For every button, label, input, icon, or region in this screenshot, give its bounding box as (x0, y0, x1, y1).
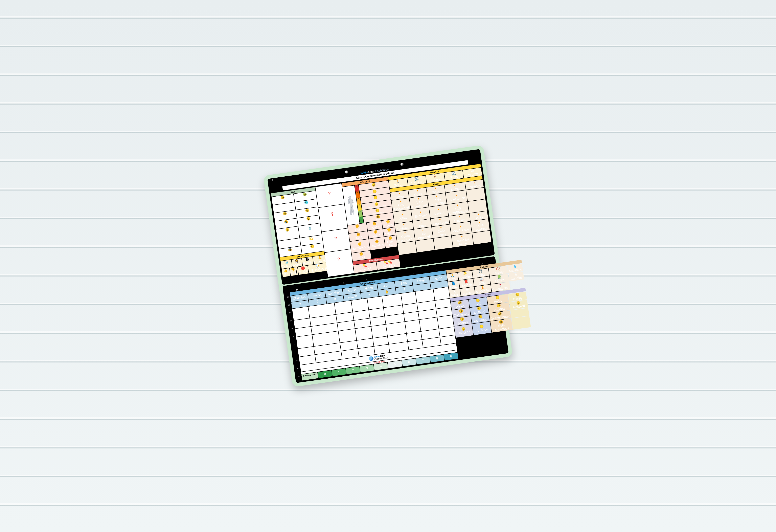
cell: ❓What's going on? (322, 228, 351, 252)
one-pill-label: One Pill (360, 267, 371, 272)
cell: Spiritual but not religious (433, 287, 450, 300)
cell: Mahayana (338, 329, 357, 343)
cell (466, 188, 485, 201)
cell: 👎NO (290, 268, 297, 276)
cell: 🔸Don't Leave (432, 224, 451, 238)
cell: ❓When is the tube coming out? (325, 249, 354, 277)
cell: 👍YES (282, 268, 290, 277)
cell: (Nepali) (404, 312, 419, 322)
i-am-grid: 😖In pain🤢Nauseous🍽Hungry🥶Cold😴Tired😠Angr… (271, 191, 324, 257)
cell (434, 236, 453, 250)
cell: 👩‍⚕️Nurse (292, 258, 303, 268)
cell: Zen/Chan (335, 301, 353, 314)
cell: ✊Burns (382, 219, 395, 228)
cell (408, 340, 423, 350)
feel-cell: 😐Anxious (472, 322, 491, 335)
cell: ✊Radiating (369, 237, 385, 250)
cell: 👪Family (302, 257, 313, 266)
clipboard-stage: 22-1 WhiteCoat Clipboards Care & Communi… (263, 145, 513, 387)
cell: 🔸Hair Brushed (414, 227, 433, 241)
i-want-grid: 🔸Water🔸Quiet🔸Sleep🔸Lights🔸TV/Video🔸Lips … (390, 180, 491, 255)
cell: Jehovah's Witness (296, 335, 314, 348)
cell: Digambara (382, 294, 402, 308)
corner-code: 22-1 (269, 179, 273, 181)
cell: 🔸To Be Comforted (409, 196, 428, 209)
clipboard-body: 22-1 WhiteCoat Clipboards Care & Communi… (263, 145, 513, 387)
pain-types-grid: ✊Dull✊Itches✊Burns✊Numb✊Sharp✊Stings✊Hur… (348, 219, 399, 261)
cell: 🛑STOP (298, 265, 309, 275)
cell: ਸਿੱਖ (Punjabi) (401, 292, 416, 305)
cell: (Gujarati) (386, 322, 406, 336)
cell: 📘Siddur (448, 281, 460, 290)
cell (415, 238, 435, 252)
cell: ✊Stings (383, 227, 396, 236)
cell: ✊Can't Move (384, 235, 397, 248)
cell: 🔸To Be Suctioned (427, 193, 447, 207)
cell: (Bengali) (371, 325, 387, 338)
cell: Sunni (351, 298, 368, 312)
cell: 🔸Lips Moistened (391, 198, 411, 212)
feel-cell (512, 316, 531, 330)
cell: Mu'tazilah (355, 327, 372, 340)
cell: ✊Hurts/Aches (350, 239, 370, 253)
cell: 🔸Teeth Brushed (470, 219, 490, 233)
cell: 🔸Pillow (393, 210, 412, 224)
col-wants: I Want To 🚶Get up↩️Turn Left🪑Sit up↪️Rig… (388, 164, 493, 267)
cell: 🔸Come Back Later (396, 229, 415, 243)
cell: 🔸Blanket (429, 205, 448, 218)
cell: 🩺Doctor (281, 260, 293, 269)
globe-icon (369, 356, 374, 361)
feel-cell: 😐Shocked (454, 324, 473, 338)
brand-coat: Coat (368, 170, 375, 174)
cell: Unitarian/ Universalist (415, 289, 435, 303)
cell (407, 332, 422, 342)
cell: Pagan (Wiccan etc.) (419, 317, 439, 331)
cell: हिंदू धर्म (Hindi) (367, 296, 383, 310)
cell: 🔸Exercise (411, 207, 430, 221)
request-feel-col: Request 🙏Prayer✨Blessing🎵Song📿Rosary💧Ano… (446, 260, 534, 358)
cell: 🙏Prayer (447, 273, 458, 282)
cell: 🔸Leave Me Alone (451, 233, 473, 247)
feel-cell: 😐Self-conscious (490, 319, 513, 333)
cell: ❓What day/time is it? (319, 204, 348, 232)
cell: Protestant (292, 307, 310, 320)
cell: 🕯Candles (509, 272, 524, 281)
pain-chart-body: 1086420 😐Unbearable pain😐Very severe pai… (342, 181, 393, 225)
cell (472, 231, 491, 244)
cell (468, 199, 487, 213)
pain-scale-labels: 😐Unbearable pain😐Very severe pain😐Severe… (359, 181, 394, 223)
cell: 🎗Tefillin (449, 289, 461, 298)
cell (405, 320, 420, 333)
cell: ❓How am I doing? (315, 183, 344, 207)
cell: सिख (Hindi) (403, 303, 418, 313)
cell: Humanist (437, 315, 454, 328)
cell (397, 241, 417, 255)
two-pills-label: Two Pills (382, 263, 395, 269)
